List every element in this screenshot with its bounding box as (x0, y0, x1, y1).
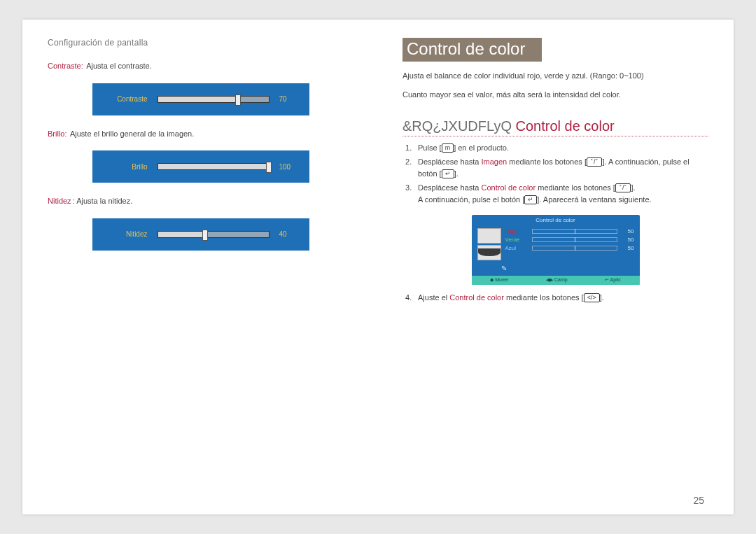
leftright-icon: </> (584, 293, 600, 302)
footer-apply: ↵ Aplic (605, 277, 621, 283)
nitidez-slider-label: Nitidez (106, 230, 148, 238)
subheading-prefix: &RQ¿JXUDFLyQ (402, 118, 516, 134)
thumb-icon (477, 245, 501, 260)
nitidez-label: Nitidez (48, 197, 71, 205)
page-number: 25 (22, 491, 734, 514)
nitidez-paragraph: Nitidez: Ajusta la nitidez. (48, 195, 354, 207)
row-verde: Verde 50 (505, 237, 634, 243)
enter-icon: ↵ (524, 195, 537, 204)
intro-line-2: Cuanto mayor sea el valor, más alta será… (402, 89, 708, 101)
slider-thumb[interactable] (202, 230, 208, 241)
enter-icon: ↵ (442, 169, 454, 178)
contrast-slider: Contraste 70 (92, 83, 309, 115)
nitidez-slider: Nitidez 40 (92, 218, 309, 251)
thumb-icon (477, 228, 501, 244)
color-control-panel: Control de color Rojo 50 Verde (472, 215, 640, 285)
right-column: Control de color Ajusta el balance de co… (402, 38, 708, 484)
step-1: Pulse [m] en el producto. (405, 142, 708, 155)
nitidez-slider-value: 40 (279, 230, 296, 238)
contrast-slider-label: Contraste (106, 95, 148, 103)
slider-track[interactable] (158, 96, 270, 103)
brillo-slider-value: 100 (279, 163, 296, 171)
panel-thumbnails (477, 228, 501, 260)
footer-move: ◆ Mover (490, 277, 508, 283)
brillo-slider: Brillo 100 (92, 150, 309, 183)
bar[interactable] (532, 229, 617, 234)
contrast-paragraph: Contraste: Ajusta el contraste. (48, 60, 354, 72)
row-azul: Azul 50 (505, 245, 634, 251)
step-3: Desplácese hasta Control de color median… (405, 182, 708, 206)
steps-list-cont: Ajuste el Control de color mediante los … (402, 292, 708, 306)
panel-footer: ◆ Mover ◀▶ Camp ↵ Aplic (472, 276, 640, 285)
slider-thumb[interactable] (235, 94, 241, 106)
step-4: Ajuste el Control de color mediante los … (405, 292, 708, 304)
section-title: Control de color (402, 38, 542, 62)
contrast-desc: Ajusta el contraste. (86, 62, 152, 70)
bar[interactable] (532, 246, 617, 251)
nitidez-desc: Ajusta la nitidez. (76, 197, 132, 205)
slider-track[interactable] (158, 231, 270, 238)
panel-decoration-icon (505, 266, 634, 276)
menu-icon: m (442, 143, 454, 153)
brillo-slider-label: Brillo (106, 163, 148, 171)
brillo-paragraph: Brillo: Ajuste el brillo general de la i… (48, 128, 354, 140)
panel-rows: Rojo 50 Verde 50 Azul 50 (505, 228, 634, 260)
steps-list: Pulse [m] en el producto. Desplácese has… (402, 142, 708, 208)
updown-icon: ˄/˅ (587, 157, 603, 167)
page-header: Configuración de pantalla (48, 38, 354, 48)
panel-title: Control de color (472, 215, 640, 225)
step-2: Desplácese hasta Imagen mediante los bot… (405, 156, 708, 181)
page: Configuración de pantalla Contraste: Aju… (22, 20, 734, 514)
contrast-slider-value: 70 (279, 95, 296, 103)
updown-icon: ˄/˅ (615, 183, 631, 192)
row-rojo: Rojo 50 (505, 228, 634, 234)
slider-thumb[interactable] (266, 162, 272, 173)
content-columns: Configuración de pantalla Contraste: Aju… (22, 20, 734, 491)
sub-heading: &RQ¿JXUDFLyQ Control de color (402, 118, 708, 136)
slider-track[interactable] (158, 163, 270, 170)
subheading-accent: Control de color (516, 118, 615, 134)
bar[interactable] (532, 237, 617, 242)
left-column: Configuración de pantalla Contraste: Aju… (48, 38, 354, 484)
contrast-label: Contraste: (48, 62, 83, 70)
brillo-label: Brillo: (48, 129, 67, 138)
intro-line-1: Ajusta el balance de color individual ro… (402, 70, 708, 82)
footer-change: ◀▶ Camp (546, 277, 568, 283)
brillo-desc: Ajuste el brillo general de la imagen. (70, 129, 194, 138)
